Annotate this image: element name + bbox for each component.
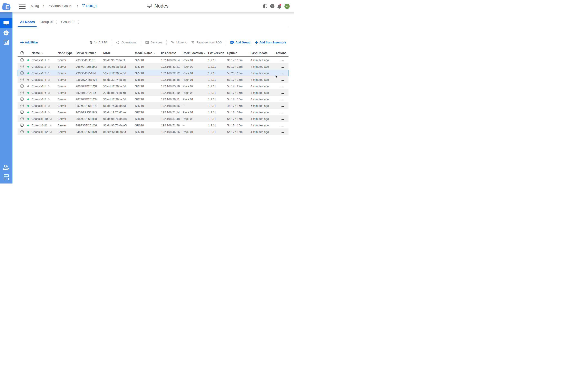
svg-text:?: ? — [271, 4, 273, 8]
svg-text:al: al — [286, 5, 288, 8]
svg-text:E: E — [5, 3, 9, 10]
